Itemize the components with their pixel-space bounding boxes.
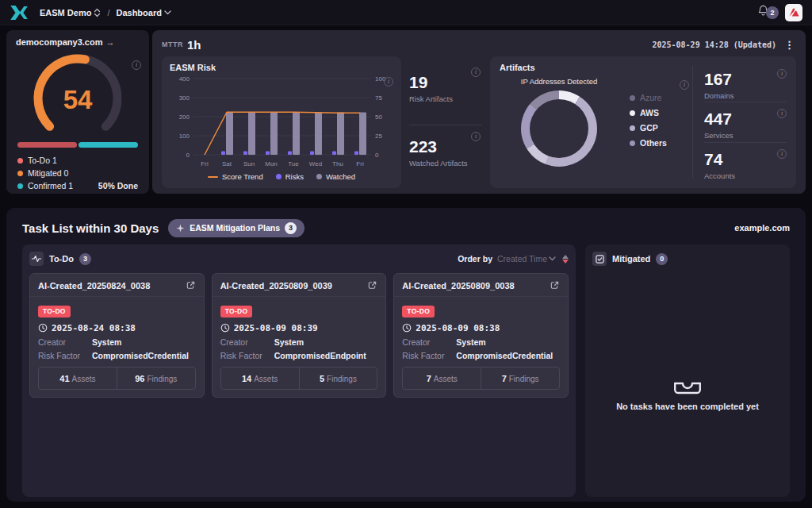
task-card[interactable]: AI-Created_20250824_0038 TO-DO 2025-08-2… bbox=[29, 273, 205, 398]
findings-count: 96 bbox=[135, 374, 144, 383]
legend-aws[interactable]: AWS bbox=[630, 108, 667, 117]
confirmed-dot-icon bbox=[17, 183, 23, 189]
legend-gcp[interactable]: GCP bbox=[630, 123, 667, 133]
mttr-panel: MTTR 1h 2025-08-29 14:28 (Updated) ⋮ EAS… bbox=[152, 30, 806, 194]
score-info-icon[interactable]: i bbox=[132, 60, 141, 70]
accounts-value: 74 bbox=[704, 151, 787, 167]
dashboard-main: democompany3.com → i 54 To-Do 1 Mitigate… bbox=[0, 25, 812, 502]
easm-risk-chart-legend: Score Trend Risks Watched bbox=[170, 172, 393, 181]
legend-watched[interactable]: Watched bbox=[316, 172, 355, 181]
assets-cell: 14Assets bbox=[221, 368, 299, 389]
easm-risk-card: EASM Risk i 01002003004000255075100FriSa… bbox=[162, 56, 401, 188]
top-navbar: EASM Demo / Dashboard 2 bbox=[0, 0, 812, 25]
org-switcher[interactable]: EASM Demo bbox=[40, 8, 101, 17]
easm-risk-title: EASM Risk bbox=[170, 63, 393, 72]
legend-others[interactable]: Others bbox=[630, 138, 667, 148]
order-by-select[interactable]: Created Time bbox=[497, 254, 556, 264]
others-dot-icon bbox=[630, 140, 635, 146]
risk-artifacts-info-icon[interactable]: i bbox=[471, 67, 481, 77]
risk-factor-label: Risk Factor bbox=[38, 351, 92, 360]
assets-count: 41 bbox=[59, 374, 69, 383]
legend-score-trend[interactable]: Score Trend bbox=[208, 172, 263, 181]
aws-label: AWS bbox=[640, 108, 659, 117]
risk-stats-column: i 19 Risk Artifacts i 223 Watched Artifa… bbox=[409, 56, 482, 188]
assets-label: Assets bbox=[254, 375, 278, 383]
updated-timestamp: 2025-08-29 14:28 (Updated) bbox=[652, 40, 776, 49]
task-card[interactable]: AI-Created_20250809_0039 TO-DO 2025-08-0… bbox=[212, 273, 387, 398]
task-date: 2025-08-09 08:38 bbox=[416, 323, 500, 333]
watched-artifacts-stat: i 223 Watched Artifacts bbox=[409, 125, 482, 189]
svg-text:Fri: Fri bbox=[356, 160, 364, 167]
assets-cell: 7Assets bbox=[403, 368, 481, 389]
external-link-icon[interactable] bbox=[550, 280, 560, 291]
svg-text:Mon: Mon bbox=[265, 160, 278, 167]
kebab-menu-icon[interactable]: ⋮ bbox=[783, 39, 796, 51]
domains-info-icon[interactable]: i bbox=[777, 69, 787, 79]
org-name: EASM Demo bbox=[40, 8, 91, 17]
accounts-stat: i 74 Accounts bbox=[704, 142, 787, 182]
svg-text:0: 0 bbox=[375, 152, 379, 159]
tasklist-domain-label: example.com bbox=[734, 223, 790, 233]
easm-risk-info-icon[interactable]: i bbox=[384, 77, 393, 87]
assets-label: Assets bbox=[434, 375, 458, 383]
status-badge: TO-DO bbox=[220, 306, 253, 318]
others-label: Others bbox=[640, 138, 667, 148]
easm-mitigation-plans-button[interactable]: EASM Mitigation Plans 3 bbox=[168, 219, 304, 237]
assets-count: 14 bbox=[242, 374, 251, 383]
svg-text:Thu: Thu bbox=[332, 160, 343, 167]
findings-count: 7 bbox=[502, 374, 507, 383]
score-gauge: 54 bbox=[16, 48, 140, 139]
task-card-stats: 7Assets 7Findings bbox=[402, 367, 560, 390]
svg-text:Sun: Sun bbox=[243, 160, 255, 167]
external-link-icon[interactable] bbox=[186, 280, 196, 291]
assets-cell: 41Assets bbox=[39, 368, 117, 389]
findings-label: Findings bbox=[327, 375, 357, 383]
ip-addresses-donut-chart bbox=[521, 90, 597, 167]
accounts-label: Accounts bbox=[704, 171, 787, 180]
todo-count-badge: 3 bbox=[79, 253, 91, 265]
creator-label: Creator bbox=[220, 337, 274, 347]
card-divider bbox=[30, 296, 204, 297]
services-label: Services bbox=[704, 131, 787, 140]
risk-artifacts-label: Risk Artifacts bbox=[409, 94, 482, 103]
mitigated-dot-icon bbox=[17, 171, 23, 176]
accounts-info-icon[interactable]: i bbox=[777, 149, 787, 159]
page-name: Dashboard bbox=[116, 8, 161, 17]
risk-factor-value: CompromisedCredential bbox=[456, 351, 553, 360]
check-square-icon bbox=[592, 252, 607, 266]
domains-value: 167 bbox=[704, 71, 787, 87]
sort-direction-toggle[interactable] bbox=[562, 255, 569, 264]
risk-factor-value: CompromisedEndpoint bbox=[274, 351, 366, 360]
app-logo-icon[interactable] bbox=[10, 6, 29, 20]
page-switcher[interactable]: Dashboard bbox=[116, 8, 170, 17]
findings-label: Findings bbox=[147, 375, 177, 383]
todo-legend-label: To-Do 1 bbox=[28, 156, 57, 165]
gcp-label: GCP bbox=[640, 123, 658, 133]
notification-count-badge[interactable]: 2 bbox=[766, 6, 779, 19]
score-domain-link[interactable]: democompany3.com → bbox=[16, 37, 140, 47]
creator-label: Creator bbox=[402, 337, 456, 347]
account-brand-tile[interactable] bbox=[785, 4, 802, 21]
legend-risks[interactable]: Risks bbox=[276, 172, 304, 181]
legend-azure[interactable]: Azure bbox=[630, 93, 667, 102]
artifacts-info-icon[interactable]: i bbox=[680, 80, 689, 90]
task-card-stats: 41Assets 96Findings bbox=[38, 367, 196, 390]
order-by-label: Order by bbox=[458, 254, 492, 264]
empty-inbox-icon bbox=[672, 371, 703, 395]
todo-dot-icon bbox=[17, 158, 23, 164]
mitigated-heading: Mitigated bbox=[612, 254, 650, 264]
svg-text:25: 25 bbox=[375, 133, 382, 140]
svg-text:300: 300 bbox=[179, 94, 190, 102]
external-link-icon[interactable] bbox=[367, 280, 377, 291]
task-card[interactable]: AI-Created_20250809_0038 TO-DO 2025-08-0… bbox=[393, 273, 569, 398]
todo-panel: To-Do 3 Order by Created Time bbox=[22, 244, 576, 497]
watched-artifacts-info-icon[interactable]: i bbox=[471, 132, 481, 141]
confirmed-legend-label: Confirmed 1 bbox=[28, 181, 73, 190]
updown-chevron-icon bbox=[94, 8, 101, 17]
mitigated-empty-state: No tasks have been completed yet bbox=[592, 267, 783, 491]
domains-stat: i 167 Domains bbox=[704, 63, 787, 102]
watched-artifacts-value: 223 bbox=[409, 138, 482, 155]
artifacts-card: Artifacts i IP Addresses Detected bbox=[490, 56, 796, 188]
mitigated-legend-label: Mitigated 0 bbox=[28, 168, 68, 178]
score-legend: To-Do 1 Mitigated 0 Confirmed 1 50% Done bbox=[16, 154, 140, 192]
